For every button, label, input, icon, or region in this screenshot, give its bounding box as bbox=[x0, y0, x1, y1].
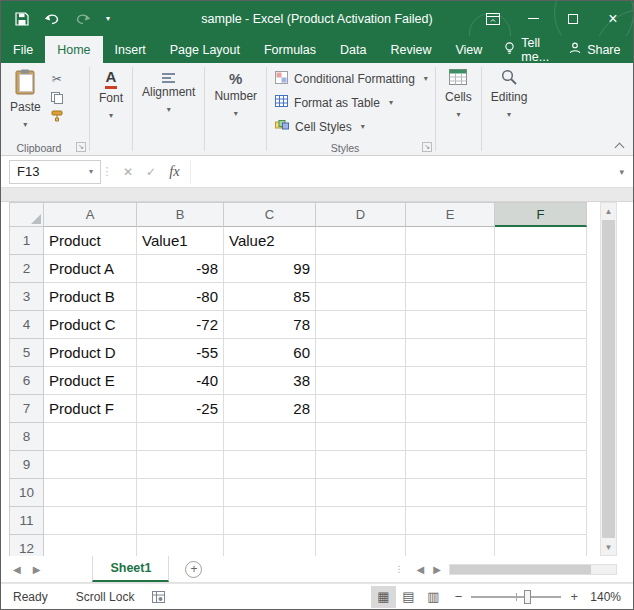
select-all-corner[interactable] bbox=[9, 202, 44, 227]
tab-file[interactable]: File bbox=[1, 36, 45, 63]
cell-C6[interactable]: 38 bbox=[224, 367, 316, 395]
tab-formulas[interactable]: Formulas bbox=[252, 36, 328, 63]
tab-view[interactable]: View bbox=[443, 36, 494, 63]
row-header-10[interactable]: 10 bbox=[9, 479, 44, 507]
cell-B11[interactable] bbox=[137, 507, 224, 535]
editing-dropdown-caret-icon[interactable] bbox=[507, 106, 511, 120]
cell-C9[interactable] bbox=[224, 451, 316, 479]
format-painter-icon[interactable] bbox=[51, 110, 63, 122]
cell-F12[interactable] bbox=[495, 535, 587, 556]
tab-page-layout[interactable]: Page Layout bbox=[158, 36, 252, 63]
collapse-ribbon-icon[interactable] bbox=[615, 141, 623, 149]
tab-home[interactable]: Home bbox=[45, 36, 102, 63]
cell-F7[interactable] bbox=[495, 395, 587, 423]
sheet-tab-sheet1[interactable]: Sheet1 bbox=[92, 556, 169, 582]
cell-C12[interactable] bbox=[224, 535, 316, 556]
cell-B2[interactable]: -98 bbox=[137, 255, 224, 283]
cancel-icon[interactable]: ✕ bbox=[123, 165, 133, 179]
cell-F5[interactable] bbox=[495, 339, 587, 367]
alignment-button[interactable]: Alignment bbox=[135, 65, 202, 141]
scroll-up-icon[interactable]: ▲ bbox=[601, 203, 616, 219]
number-button[interactable]: % Number bbox=[207, 65, 264, 141]
formula-input[interactable] bbox=[190, 160, 611, 184]
cell-A4[interactable]: Product C bbox=[44, 311, 137, 339]
maximize-button[interactable] bbox=[553, 1, 593, 36]
ribbon-display-options-icon[interactable] bbox=[473, 1, 513, 36]
page-break-view-icon[interactable]: ▥ bbox=[421, 586, 446, 608]
row-header-1[interactable]: 1 bbox=[9, 227, 44, 255]
cell-E9[interactable] bbox=[406, 451, 495, 479]
enter-icon[interactable]: ✓ bbox=[146, 165, 156, 179]
normal-view-icon[interactable]: ▦ bbox=[371, 586, 396, 608]
cell-E11[interactable] bbox=[406, 507, 495, 535]
cell-F1[interactable] bbox=[495, 227, 587, 255]
horizontal-scrollbar[interactable] bbox=[449, 564, 617, 575]
row-header-2[interactable]: 2 bbox=[9, 255, 44, 283]
column-header-C[interactable]: C bbox=[224, 202, 316, 227]
paste-button[interactable]: Paste bbox=[3, 65, 48, 141]
conditional-formatting-button[interactable]: Conditional Formatting bbox=[269, 67, 434, 90]
formula-bar-expand-caret-icon[interactable]: ▾ bbox=[610, 167, 633, 177]
cell-E5[interactable] bbox=[406, 339, 495, 367]
cell-B6[interactable]: -40 bbox=[137, 367, 224, 395]
copy-icon[interactable] bbox=[51, 92, 63, 104]
row-header-11[interactable]: 11 bbox=[9, 507, 44, 535]
cell-F8[interactable] bbox=[495, 423, 587, 451]
cell-styles-button[interactable]: Cell Styles bbox=[269, 115, 434, 138]
cell-A2[interactable]: Product A bbox=[44, 255, 137, 283]
cell-F11[interactable] bbox=[495, 507, 587, 535]
close-button[interactable]: × bbox=[593, 1, 633, 36]
font-dropdown-caret-icon[interactable] bbox=[109, 107, 113, 121]
cell-D10[interactable] bbox=[316, 479, 406, 507]
sheet-nav-right-icon[interactable]: ▶ bbox=[33, 564, 41, 575]
cell-B12[interactable] bbox=[137, 535, 224, 556]
macro-record-icon[interactable] bbox=[152, 591, 165, 603]
cell-D2[interactable] bbox=[316, 255, 406, 283]
cell-E2[interactable] bbox=[406, 255, 495, 283]
cell-D7[interactable] bbox=[316, 395, 406, 423]
page-layout-view-icon[interactable]: ▤ bbox=[396, 586, 421, 608]
cell-C10[interactable] bbox=[224, 479, 316, 507]
horizontal-scroll-thumb[interactable] bbox=[450, 565, 591, 574]
cell-C2[interactable]: 99 bbox=[224, 255, 316, 283]
cell-D12[interactable] bbox=[316, 535, 406, 556]
number-dropdown-caret-icon[interactable] bbox=[234, 105, 238, 119]
formula-bar-splitter[interactable]: ⋮ bbox=[101, 165, 113, 178]
cell-D6[interactable] bbox=[316, 367, 406, 395]
row-header-6[interactable]: 6 bbox=[9, 367, 44, 395]
customize-qat-caret-icon[interactable]: ▾ bbox=[106, 14, 110, 23]
tab-scroll-splitter[interactable]: ⋮ bbox=[391, 564, 409, 574]
column-header-A[interactable]: A bbox=[44, 202, 137, 227]
hscroll-left-icon[interactable]: ◀ bbox=[417, 564, 425, 575]
cell-E8[interactable] bbox=[406, 423, 495, 451]
cell-C4[interactable]: 78 bbox=[224, 311, 316, 339]
row-header-4[interactable]: 4 bbox=[9, 311, 44, 339]
cell-A7[interactable]: Product F bbox=[44, 395, 137, 423]
row-header-3[interactable]: 3 bbox=[9, 283, 44, 311]
tab-review[interactable]: Review bbox=[378, 36, 443, 63]
paste-dropdown-caret-icon[interactable] bbox=[23, 116, 27, 130]
cell-A8[interactable] bbox=[44, 423, 137, 451]
zoom-slider[interactable] bbox=[471, 596, 561, 598]
column-header-B[interactable]: B bbox=[137, 202, 224, 227]
row-header-9[interactable]: 9 bbox=[9, 451, 44, 479]
font-button[interactable]: A Font bbox=[92, 65, 130, 141]
column-header-D[interactable]: D bbox=[316, 202, 406, 227]
add-sheet-button[interactable]: + bbox=[185, 561, 202, 578]
vertical-scrollbar[interactable]: ▲ ▼ bbox=[600, 202, 617, 556]
cell-C7[interactable]: 28 bbox=[224, 395, 316, 423]
minimize-button[interactable] bbox=[513, 1, 553, 36]
zoom-slider-thumb[interactable] bbox=[524, 590, 531, 604]
cell-E10[interactable] bbox=[406, 479, 495, 507]
cells-button[interactable]: Cells bbox=[438, 65, 479, 141]
editing-button[interactable]: Editing bbox=[484, 65, 535, 141]
column-header-E[interactable]: E bbox=[406, 202, 495, 227]
cell-F3[interactable] bbox=[495, 283, 587, 311]
cell-E6[interactable] bbox=[406, 367, 495, 395]
cell-D1[interactable] bbox=[316, 227, 406, 255]
cell-D5[interactable] bbox=[316, 339, 406, 367]
cell-A11[interactable] bbox=[44, 507, 137, 535]
zoom-out-icon[interactable]: − bbox=[446, 589, 472, 604]
row-header-8[interactable]: 8 bbox=[9, 423, 44, 451]
cell-F10[interactable] bbox=[495, 479, 587, 507]
